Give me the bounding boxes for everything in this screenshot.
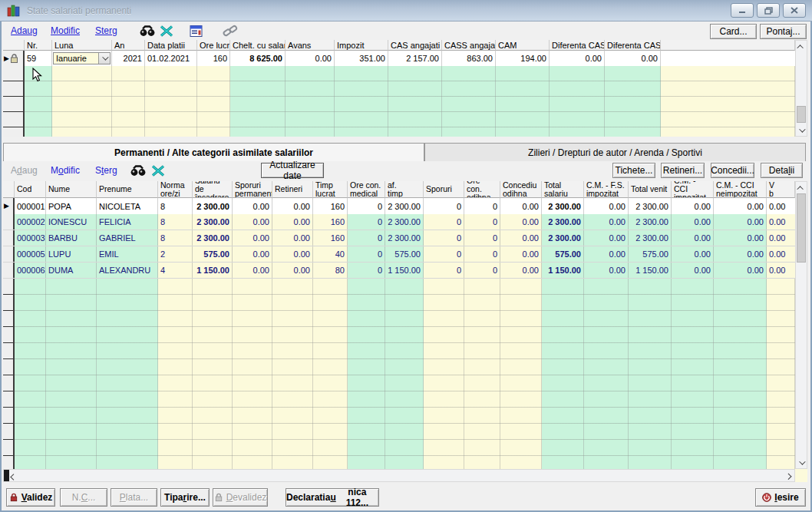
cell-prenume[interactable]: FELICIA xyxy=(97,214,158,230)
cell-cod[interactable]: 000006 xyxy=(15,263,46,278)
cell-cm-cci-impozitat[interactable]: 0.00 xyxy=(672,263,714,278)
cell-ore-lucr[interactable]: 160 xyxy=(197,51,230,66)
cell-nr[interactable]: 59 xyxy=(25,51,52,66)
scroll-down-button[interactable] xyxy=(796,124,807,136)
cell-retineri[interactable]: 0.00 xyxy=(272,230,313,246)
cell-chelt[interactable]: 8 625.00 xyxy=(230,51,286,66)
cell-cod[interactable]: 000002 xyxy=(15,214,46,230)
scroll-up-button[interactable] xyxy=(796,182,807,193)
cell-cm-cci-impozitat[interactable]: 0.00 xyxy=(672,230,714,246)
vscroll-thumb[interactable] xyxy=(797,193,806,263)
cell-sporuri-permanente[interactable]: 0.00 xyxy=(233,198,272,214)
binoculars-search-icon[interactable] xyxy=(130,164,146,177)
cell-cm-fs-impozitat[interactable]: 0.00 xyxy=(584,230,629,246)
devalidez-button[interactable]: Devalidez xyxy=(213,488,268,507)
restore-button[interactable] xyxy=(757,3,780,18)
cell-salariu-incadrare[interactable]: 575.00 xyxy=(193,246,233,262)
add-link[interactable]: Adaug xyxy=(11,25,38,36)
cell-concediu-odihna[interactable]: 0.00 xyxy=(500,214,542,230)
cell-cm-cci-neimpozitat[interactable]: 0.00 xyxy=(714,198,767,214)
cell-nume[interactable]: POPA xyxy=(46,198,97,214)
cell-norma[interactable]: 8 xyxy=(158,230,193,246)
link-chain-icon[interactable] xyxy=(223,25,238,38)
cell-salariu-incadrare[interactable]: 2 300.00 xyxy=(193,198,233,214)
state-row-selected[interactable]: ▶ 59 Ianuarie 2021 01.02.2021 160 8 625.… xyxy=(3,51,795,66)
cell-sporuri[interactable]: 0 xyxy=(424,246,464,262)
cell-data-platii[interactable]: 01.02.2021 xyxy=(145,51,197,66)
employee-row-selected[interactable]: ▶ 000001 POPA NICOLETA 8 2 300.00 0.00 0… xyxy=(3,198,795,214)
card-button[interactable]: Card... xyxy=(710,24,757,39)
cell-sporuri-permanente[interactable]: 0.00 xyxy=(233,230,272,246)
cell-impozit[interactable]: 351.00 xyxy=(335,51,388,66)
cell-cod[interactable]: 000005 xyxy=(15,246,46,262)
cell-concediu-odihna[interactable]: 0.00 xyxy=(500,198,542,214)
cell-total-salariu[interactable]: 575.00 xyxy=(542,246,584,262)
delete-link[interactable]: Sterg xyxy=(95,25,117,36)
cell-salariu-af[interactable]: 2 300.00 xyxy=(385,230,424,246)
cell-sporuri-permanente[interactable]: 0.00 xyxy=(233,246,272,262)
employee-row[interactable]: 000005 LUPU EMIL 2 575.00 0.00 0.00 40 0… xyxy=(3,246,795,263)
cell-sporuri[interactable]: 0 xyxy=(424,198,464,214)
luna-combobox[interactable]: Ianuarie xyxy=(53,52,111,64)
cell-norma[interactable]: 4 xyxy=(158,263,193,278)
cell-ore-con-medical[interactable]: 0 xyxy=(348,246,385,262)
employee-row[interactable]: 000006 DUMA ALEXANDRU 4 1 150.00 0.00 0.… xyxy=(3,263,795,279)
cell-ore-con-medical[interactable]: 0 xyxy=(348,230,385,246)
cell-nume[interactable]: LUPU xyxy=(46,246,97,262)
modify-link[interactable]: Modific xyxy=(51,25,80,36)
excel-export-icon[interactable] xyxy=(151,164,167,177)
cell-timp-lucrat[interactable]: 80 xyxy=(313,263,348,278)
cell-an[interactable]: 2021 xyxy=(112,51,145,66)
close-button[interactable] xyxy=(783,3,806,18)
cell-retineri[interactable]: 0.00 xyxy=(272,214,313,230)
cell-cm-fs-impozitat[interactable]: 0.00 xyxy=(584,246,629,262)
cell-total-venit[interactable]: 575.00 xyxy=(629,246,672,262)
cell-cm-cci-neimpozitat[interactable]: 0.00 xyxy=(714,230,767,246)
scroll-up-button[interactable] xyxy=(796,41,807,52)
cell-cm-cci-neimpozitat[interactable]: 0.00 xyxy=(714,263,767,278)
cell-salariu-incadrare[interactable]: 2 300.00 xyxy=(193,214,233,230)
cell-venit-partial[interactable]: 0.00 xyxy=(767,198,795,214)
cell-timp-lucrat[interactable]: 40 xyxy=(313,246,348,262)
cell-cas[interactable]: 2 157.00 xyxy=(388,51,442,66)
cell-concediu-odihna[interactable]: 0.00 xyxy=(500,246,542,262)
cell-total-salariu[interactable]: 2 300.00 xyxy=(542,198,584,214)
cell-total-venit[interactable]: 2 300.00 xyxy=(629,214,672,230)
cell-concediu-odihna[interactable]: 0.00 xyxy=(500,263,542,278)
cell-venit-partial[interactable]: 0.00 xyxy=(767,230,795,246)
nc-button[interactable]: N.C... xyxy=(60,488,107,507)
actualizare-date-button[interactable]: Actualizare date xyxy=(261,163,324,178)
cell-cm-cci-impozitat[interactable]: 0.00 xyxy=(672,214,714,230)
scroll-right-button[interactable] xyxy=(784,470,794,481)
cell-retineri[interactable]: 0.00 xyxy=(272,198,313,214)
cell-norma[interactable]: 8 xyxy=(158,214,193,230)
cell-salariu-incadrare[interactable]: 2 300.00 xyxy=(193,230,233,246)
cell-cod[interactable]: 000001 xyxy=(15,198,46,214)
plata-button[interactable]: Plata... xyxy=(111,488,157,507)
validez-button[interactable]: Validez xyxy=(6,488,55,507)
cell-prenume[interactable]: EMIL xyxy=(97,246,158,262)
cell-norma[interactable]: 2 xyxy=(158,246,193,262)
cell-total-venit[interactable]: 2 300.00 xyxy=(629,230,672,246)
cell-ore-con-odihna[interactable]: 0 xyxy=(464,263,500,278)
cell-sporuri[interactable]: 0 xyxy=(424,230,464,246)
cell-timp-lucrat[interactable]: 160 xyxy=(313,230,348,246)
tiparire-button[interactable]: Tiparire... xyxy=(160,488,210,507)
cell-sporuri-permanente[interactable]: 0.00 xyxy=(233,263,272,278)
cell-cm-cci-neimpozitat[interactable]: 0.00 xyxy=(714,246,767,262)
cell-cod[interactable]: 000003 xyxy=(15,230,46,246)
cell-norma[interactable]: 8 xyxy=(158,198,193,214)
tichete-button[interactable]: Tichete... xyxy=(612,163,655,178)
cell-sporuri[interactable]: 0 xyxy=(424,214,464,230)
cell-venit-partial[interactable]: 0.00 xyxy=(767,246,795,262)
state-grid-vscrollbar[interactable] xyxy=(795,40,807,137)
concedii-button[interactable]: Concedii... xyxy=(711,163,754,178)
iesire-button[interactable]: Iesire xyxy=(755,488,806,507)
cell-salariu-af[interactable]: 1 150.00 xyxy=(385,263,424,278)
cell-avans[interactable]: 0.00 xyxy=(286,51,335,66)
cell-retineri[interactable]: 0.00 xyxy=(272,246,313,262)
cell-cam[interactable]: 194.00 xyxy=(496,51,550,66)
emp-record-selector[interactable]: ▶ xyxy=(3,198,15,214)
cell-cass[interactable]: 863.00 xyxy=(442,51,496,66)
cell-nume[interactable]: BARBU xyxy=(46,230,97,246)
